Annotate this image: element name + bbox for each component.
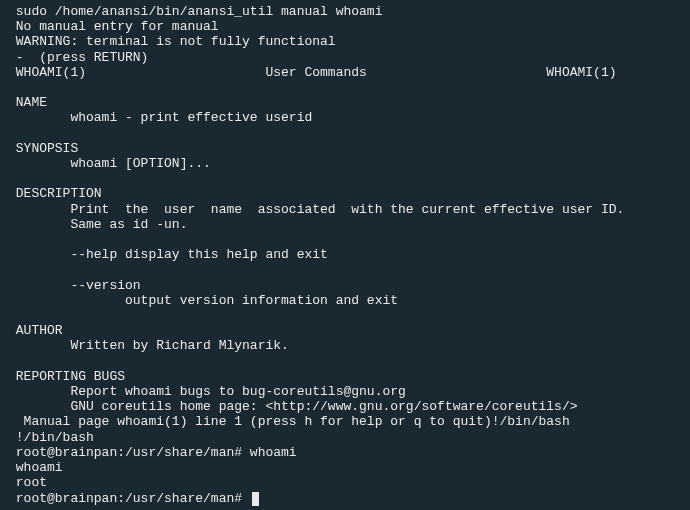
terminal-line (8, 354, 682, 369)
terminal-line: WARNING: terminal is not fully functiona… (8, 34, 682, 49)
terminal-line: --version (8, 278, 682, 293)
terminal-line (8, 232, 682, 247)
man-section-name: NAME (8, 95, 682, 110)
terminal-line: sudo /home/anansi/bin/anansi_util manual… (8, 4, 682, 19)
shell-prompt: root@brainpan:/usr/share/man# whoami (8, 445, 682, 460)
prompt-text: root@brainpan:/usr/share/man# (8, 491, 250, 506)
man-section-description: DESCRIPTION (8, 186, 682, 201)
terminal-output[interactable]: sudo /home/anansi/bin/anansi_util manual… (8, 4, 682, 506)
terminal-line: Same as id -un. (8, 217, 682, 232)
terminal-line: whoami - print effective userid (8, 110, 682, 125)
terminal-line (8, 126, 682, 141)
man-header: WHOAMI(1) User Commands WHOAMI(1) (8, 65, 682, 80)
terminal-line: whoami [OPTION]... (8, 156, 682, 171)
terminal-line: Manual page whoami(1) line 1 (press h fo… (8, 414, 682, 429)
man-section-synopsis: SYNOPSIS (8, 141, 682, 156)
terminal-line: Print the user name associated with the … (8, 202, 682, 217)
terminal-line: - (press RETURN) (8, 50, 682, 65)
terminal-line (8, 171, 682, 186)
terminal-line: Report whoami bugs to bug-coreutils@gnu.… (8, 384, 682, 399)
cursor-icon (252, 492, 259, 506)
terminal-line: !/bin/bash (8, 430, 682, 445)
terminal-line: Written by Richard Mlynarik. (8, 338, 682, 353)
terminal-line: GNU coreutils home page: <http://www.gnu… (8, 399, 682, 414)
terminal-line (8, 80, 682, 95)
terminal-line (8, 308, 682, 323)
terminal-line (8, 262, 682, 277)
shell-prompt-active[interactable]: root@brainpan:/usr/share/man# (8, 491, 682, 506)
terminal-line: --help display this help and exit (8, 247, 682, 262)
terminal-line: whoami (8, 460, 682, 475)
man-section-author: AUTHOR (8, 323, 682, 338)
terminal-line: No manual entry for manual (8, 19, 682, 34)
terminal-line: output version information and exit (8, 293, 682, 308)
man-section-bugs: REPORTING BUGS (8, 369, 682, 384)
command-output: root (8, 475, 682, 490)
